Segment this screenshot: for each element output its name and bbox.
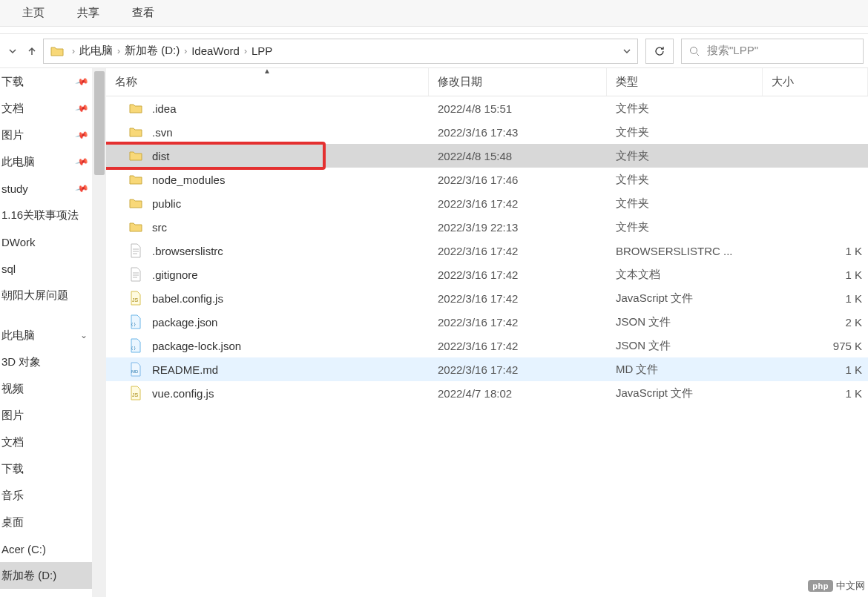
chevron-right-icon[interactable]: › <box>184 46 187 56</box>
sidebar-item[interactable]: 1.16关联事项法 <box>0 202 92 228</box>
table-row[interactable]: .idea2022/4/8 15:51文件夹 <box>106 96 868 120</box>
text-icon <box>128 243 143 258</box>
svg-point-0 <box>691 47 697 53</box>
file-name: src <box>152 221 167 234</box>
file-type: 文件夹 <box>607 149 763 163</box>
sidebar-item[interactable]: 图片 <box>0 402 92 429</box>
sidebar-item[interactable]: 朝阳大屏问题 <box>0 282 92 309</box>
sidebar-item[interactable]: 视频 <box>0 375 92 402</box>
address-dropdown-icon[interactable] <box>619 47 634 55</box>
sidebar-item[interactable]: 图片📌 <box>0 122 92 148</box>
file-name: .gitignore <box>152 268 198 281</box>
svg-text:JS: JS <box>132 392 139 398</box>
sidebar-scrollbar[interactable] <box>93 68 106 597</box>
refresh-button[interactable] <box>645 39 674 64</box>
sidebar-item[interactable]: DWork <box>0 228 92 255</box>
file-date: 2022/3/16 17:42 <box>429 245 607 257</box>
ribbon-tab-home[interactable]: 主页 <box>6 1 61 24</box>
table-row[interactable]: src2022/3/19 22:13文件夹 <box>106 215 868 239</box>
table-row[interactable]: JSbabel.config.js2022/3/16 17:42JavaScri… <box>106 286 868 310</box>
table-row[interactable]: JSvue.config.js2022/4/7 18:02JavaScript … <box>106 381 868 405</box>
sidebar-item-label: 3D 对象 <box>1 355 41 369</box>
pin-icon: 📌 <box>75 128 90 142</box>
pin-icon: 📌 <box>75 101 90 116</box>
file-name: package-lock.json <box>152 340 241 352</box>
sidebar-item[interactable]: 文档📌 <box>0 95 92 122</box>
breadcrumb-segment[interactable]: 新加卷 (D:) <box>125 44 180 58</box>
js-icon: JS <box>128 386 143 400</box>
column-name[interactable]: ▲ 名称 <box>106 68 429 96</box>
file-type: BROWSERSLISTRC ... <box>607 245 763 257</box>
history-dropdown-icon[interactable] <box>4 41 21 62</box>
sidebar-item[interactable]: sql <box>0 255 92 282</box>
ribbon-tab-share[interactable]: 共享 <box>61 1 116 24</box>
file-size: 1 K <box>763 387 868 400</box>
sidebar-item-label: 图片 <box>1 409 24 423</box>
table-row[interactable]: { }package.json2022/3/16 17:42JSON 文件2 K <box>106 310 868 334</box>
svg-text:{ }: { } <box>131 322 136 326</box>
breadcrumb-segment[interactable]: 此电脑 <box>79 44 113 58</box>
file-date: 2022/3/16 17:42 <box>429 197 607 210</box>
table-row[interactable]: MDREADME.md2022/3/16 17:42MD 文件1 K <box>106 357 868 381</box>
file-type: MD 文件 <box>607 363 763 377</box>
sort-indicator-icon: ▲ <box>263 68 271 75</box>
chevron-right-icon[interactable]: › <box>72 46 75 56</box>
sidebar: 下载📌文档📌图片📌此电脑📌study📌1.16关联事项法DWorksql朝阳大屏… <box>0 68 93 597</box>
folder-icon <box>128 196 143 211</box>
sidebar-item-label: 1.16关联事项法 <box>1 208 79 222</box>
table-row[interactable]: node_modules2022/3/16 17:46文件夹 <box>106 168 868 191</box>
sidebar-item[interactable]: 文档 <box>0 429 92 455</box>
sidebar-item[interactable]: 音乐 <box>0 482 92 509</box>
sidebar-item-label: study <box>1 182 28 195</box>
up-button[interactable] <box>24 41 40 62</box>
svg-text:JS: JS <box>132 297 139 303</box>
file-name: dist <box>152 150 169 162</box>
sidebar-item[interactable]: 此电脑📌 <box>0 148 92 175</box>
column-date[interactable]: 修改日期 <box>429 68 607 96</box>
column-type[interactable]: 类型 <box>607 68 763 96</box>
file-date: 2022/4/8 15:48 <box>429 150 607 162</box>
sidebar-item[interactable]: 下载 <box>0 455 92 482</box>
sidebar-item[interactable]: Acer (C:) <box>0 535 92 562</box>
chevron-right-icon[interactable]: › <box>244 46 247 56</box>
table-row[interactable]: .svn2022/3/16 17:43文件夹 <box>106 120 868 144</box>
file-date: 2022/3/19 22:13 <box>429 221 607 234</box>
sidebar-item-label: 下载 <box>1 462 24 476</box>
breadcrumb-segment[interactable]: IdeaWord <box>191 44 240 57</box>
column-label: 修改日期 <box>438 75 482 89</box>
pin-icon: 📌 <box>75 181 90 196</box>
sidebar-item[interactable]: 下载📌 <box>0 68 92 95</box>
sidebar-item-label: 此电脑 <box>1 329 35 343</box>
sidebar-item-label: DWork <box>1 236 36 248</box>
table-row[interactable]: { }package-lock.json2022/3/16 17:42JSON … <box>106 334 868 357</box>
table-row[interactable]: public2022/3/16 17:42文件夹 <box>106 191 868 215</box>
scrollbar-thumb[interactable] <box>94 71 105 175</box>
search-input[interactable]: 搜索"LPP" <box>681 39 864 64</box>
ribbon-tab-view[interactable]: 查看 <box>116 1 171 24</box>
sidebar-item-label: 此电脑 <box>1 155 35 169</box>
sidebar-item[interactable]: study📌 <box>0 175 92 202</box>
sidebar-item[interactable]: 3D 对象 <box>0 349 92 375</box>
file-size: 1 K <box>763 268 868 281</box>
file-date: 2022/3/16 17:43 <box>429 126 607 139</box>
folder-icon <box>128 101 143 116</box>
file-date: 2022/3/16 17:42 <box>429 268 607 281</box>
chevron-right-icon[interactable]: › <box>117 46 120 56</box>
file-size: 975 K <box>763 340 868 352</box>
watermark-badge: php <box>808 580 833 592</box>
file-name: babel.config.js <box>152 292 223 305</box>
table-row[interactable]: dist2022/4/8 15:48文件夹 <box>106 144 868 168</box>
sidebar-item[interactable]: 桌面 <box>0 509 92 535</box>
table-row[interactable]: .browserslistrc2022/3/16 17:42BROWSERSLI… <box>106 239 868 263</box>
breadcrumb-segment[interactable]: LPP <box>251 44 272 57</box>
table-row[interactable]: .gitignore2022/3/16 17:42文本文档1 K <box>106 263 868 286</box>
sidebar-item-label: 音乐 <box>1 489 24 503</box>
file-name: .svn <box>152 126 173 139</box>
address-bar[interactable]: › 此电脑 › 新加卷 (D:) › IdeaWord › LPP <box>43 39 638 64</box>
sidebar-item-label: 桌面 <box>1 515 24 530</box>
sidebar-item[interactable]: 新加卷 (D:) <box>0 562 92 589</box>
svg-text:MD: MD <box>131 369 139 374</box>
sidebar-item[interactable]: 此电脑⌄ <box>0 322 92 349</box>
column-size[interactable]: 大小 <box>763 68 868 96</box>
file-name: .browserslistrc <box>152 245 223 257</box>
